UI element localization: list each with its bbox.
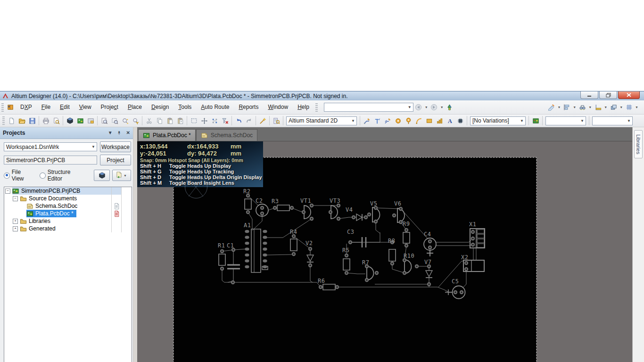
tree-item-source-documents[interactable]: −Source Documents bbox=[4, 195, 132, 202]
libraries-panel-tab[interactable]: Libraries bbox=[634, 130, 643, 158]
browse-components-button[interactable] bbox=[271, 115, 281, 126]
cut-button[interactable] bbox=[144, 115, 154, 126]
minimize-button[interactable] bbox=[580, 91, 598, 99]
copy-button[interactable] bbox=[154, 115, 165, 126]
tree-expander[interactable]: + bbox=[13, 219, 18, 224]
print-preview-button[interactable] bbox=[51, 115, 61, 126]
route-interactive-button[interactable] bbox=[362, 115, 372, 126]
file-view-radio[interactable] bbox=[4, 173, 10, 179]
dropdown-caret[interactable]: ▼ bbox=[619, 106, 624, 109]
tab-schema-schdoc[interactable]: Schema.SchDoc bbox=[196, 129, 257, 141]
menu-tools[interactable]: Tools bbox=[173, 101, 196, 114]
select-area-button[interactable] bbox=[189, 115, 199, 126]
open-folder-button[interactable] bbox=[17, 115, 27, 126]
dropdown-caret[interactable]: ▼ bbox=[572, 106, 577, 109]
dropdown-caret[interactable]: ▼ bbox=[587, 106, 593, 109]
paste-button[interactable] bbox=[165, 115, 175, 126]
cross-select-button[interactable] bbox=[209, 115, 220, 126]
dropdown-caret[interactable]: ▼ bbox=[603, 106, 608, 109]
workspace-combo[interactable]: Workspace1.DsnWrk ▼ bbox=[4, 142, 97, 151]
place-pad-button[interactable] bbox=[393, 115, 403, 126]
menu-edit[interactable]: Edit bbox=[55, 101, 74, 114]
rooms-icon[interactable] bbox=[608, 102, 619, 113]
menu-view[interactable]: View bbox=[74, 101, 96, 114]
panel-menu-icon[interactable]: ▼ bbox=[108, 130, 113, 136]
undo-button[interactable] bbox=[233, 115, 244, 126]
print-button[interactable] bbox=[41, 115, 51, 126]
variations-combo[interactable]: [No Variations]▼ bbox=[470, 116, 526, 125]
menu-project[interactable]: Project bbox=[96, 101, 123, 114]
zoom-document-button[interactable] bbox=[99, 115, 109, 126]
zoom-point-button[interactable] bbox=[120, 115, 130, 126]
dxp-icon[interactable] bbox=[5, 102, 16, 113]
route-smart-button[interactable] bbox=[372, 115, 382, 126]
structure-editor-radio[interactable] bbox=[40, 173, 46, 179]
dropdown-caret[interactable]: ▼ bbox=[556, 106, 561, 109]
grid-icon[interactable] bbox=[624, 102, 634, 113]
menu-file[interactable]: File bbox=[37, 101, 55, 114]
panel-3d-button[interactable] bbox=[94, 170, 110, 181]
redo-button[interactable] bbox=[244, 115, 254, 126]
toolbar-grip[interactable] bbox=[1, 103, 4, 112]
zoom-filter-button[interactable] bbox=[130, 115, 140, 126]
tree-expander[interactable]: + bbox=[13, 226, 18, 231]
title-bar[interactable]: Altium Designer (14.0) - C:\Users\рим\De… bbox=[0, 91, 644, 100]
place-array-button[interactable] bbox=[434, 115, 445, 126]
project-button[interactable]: Project bbox=[100, 155, 131, 165]
place-arc-button[interactable] bbox=[413, 115, 424, 126]
measure-icon[interactable] bbox=[546, 102, 556, 113]
toolbar-grip[interactable] bbox=[315, 103, 318, 112]
tree-item-generated[interactable]: +Generated bbox=[4, 225, 132, 232]
view-mode-combo[interactable]: Altium Standard 2D▼ bbox=[286, 116, 357, 125]
tree-expander[interactable]: − bbox=[5, 189, 10, 194]
dropdown-caret[interactable]: ▼ bbox=[634, 106, 639, 109]
tree-item-plata-pcbdoc-[interactable]: Plata.PcbDoc * bbox=[4, 210, 132, 217]
variant-board-button[interactable] bbox=[530, 115, 541, 126]
navigation-combo[interactable]: ▼ bbox=[324, 103, 413, 112]
tree-item-libraries[interactable]: +Libraries bbox=[4, 217, 132, 225]
extra-2-combo[interactable]: ▼ bbox=[592, 116, 633, 125]
tree-item-schema-schdoc[interactable]: Schema.SchDoc bbox=[4, 202, 132, 210]
panel-document-button[interactable]: ▼ bbox=[112, 170, 131, 181]
menu-dxp[interactable]: DXP bbox=[16, 101, 37, 114]
new-document-button[interactable] bbox=[6, 115, 17, 126]
tree-expander[interactable]: − bbox=[13, 196, 18, 201]
align-icon[interactable] bbox=[561, 102, 572, 113]
workspace-cube-button[interactable] bbox=[65, 115, 75, 126]
restore-button[interactable] bbox=[599, 91, 617, 99]
filter-wand-button[interactable] bbox=[257, 115, 268, 126]
route-multi-button[interactable] bbox=[382, 115, 393, 126]
place-string-button[interactable]: A bbox=[445, 115, 455, 126]
menu-place[interactable]: Place bbox=[123, 101, 147, 114]
window-kind-button[interactable] bbox=[85, 115, 96, 126]
menu-auto-route[interactable]: Auto Route bbox=[196, 101, 234, 114]
tree-item-simmetronpcb-prjpcb[interactable]: −SimmetronPCB.PrjPCB bbox=[4, 187, 132, 195]
place-fill-button[interactable] bbox=[424, 115, 434, 126]
move-selection-button[interactable] bbox=[199, 115, 209, 126]
zoom-area-button[interactable] bbox=[109, 115, 120, 126]
close-icon[interactable]: ✕ bbox=[126, 130, 130, 136]
close-button[interactable] bbox=[618, 91, 640, 99]
project-field[interactable]: SimmetronPCB.PrjPCB bbox=[4, 156, 97, 165]
extra-1-combo[interactable]: ▼ bbox=[545, 116, 586, 125]
menu-design[interactable]: Design bbox=[147, 101, 173, 114]
dropdown-caret[interactable]: ▼ bbox=[424, 106, 429, 109]
place-via-button[interactable] bbox=[403, 115, 413, 126]
menu-reports[interactable]: Reports bbox=[234, 101, 263, 114]
toolbar-grip[interactable] bbox=[2, 116, 5, 125]
ruler-icon[interactable] bbox=[593, 102, 603, 113]
workspace-button[interactable]: Workspace bbox=[100, 141, 131, 152]
pcb-canvas[interactable]: R2C2R3VT1VT3V4V5V6A1R1C1R4V2C3R5R8R9C4R7… bbox=[137, 141, 632, 362]
tab-plata-pcbdoc-[interactable]: Plata.PcbDoc * bbox=[138, 129, 196, 141]
menu-window[interactable]: Window bbox=[263, 101, 293, 114]
save-button[interactable] bbox=[27, 115, 37, 126]
home-icon[interactable] bbox=[445, 102, 455, 113]
dropdown-caret[interactable]: ▼ bbox=[439, 106, 445, 109]
paste-special-button[interactable] bbox=[175, 115, 185, 126]
pin-icon[interactable]: 🖈 bbox=[117, 130, 122, 136]
forward-icon[interactable] bbox=[429, 102, 439, 113]
place-component-button[interactable] bbox=[455, 115, 465, 126]
pcb-document-button[interactable] bbox=[75, 115, 85, 126]
clear-filter-button[interactable] bbox=[220, 115, 230, 126]
panel-splitter[interactable] bbox=[133, 127, 137, 362]
